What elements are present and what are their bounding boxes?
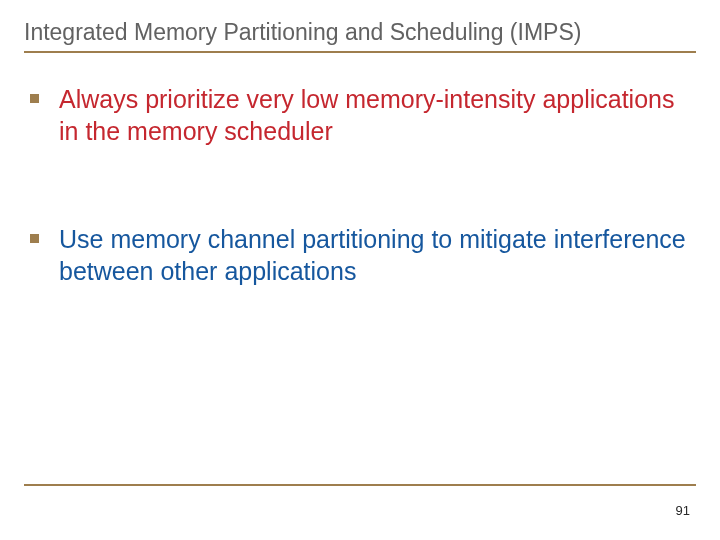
bottom-underline xyxy=(24,484,696,486)
list-item: Always prioritize very low memory-intens… xyxy=(30,83,696,147)
title-underline xyxy=(24,51,696,53)
bullet-text: Use memory channel partitioning to mitig… xyxy=(59,223,696,287)
bullet-list: Always prioritize very low memory-intens… xyxy=(24,83,696,287)
page-number: 91 xyxy=(676,503,690,518)
square-bullet-icon xyxy=(30,234,39,243)
square-bullet-icon xyxy=(30,94,39,103)
bullet-text: Always prioritize very low memory-intens… xyxy=(59,83,696,147)
slide-title: Integrated Memory Partitioning and Sched… xyxy=(24,18,696,47)
list-item: Use memory channel partitioning to mitig… xyxy=(30,223,696,287)
